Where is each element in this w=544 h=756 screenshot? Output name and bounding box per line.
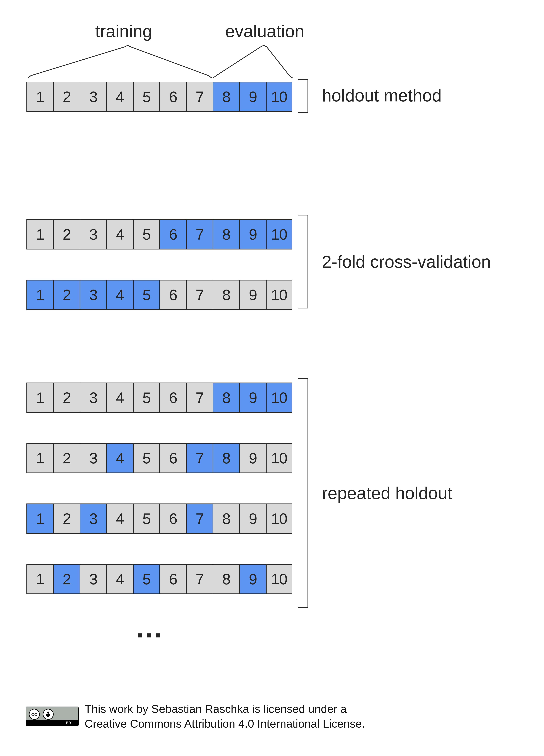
- sample-cell: 5: [133, 280, 160, 310]
- license-line-1: This work by Sebastian Raschka is licens…: [85, 702, 365, 716]
- sample-cell: 3: [80, 219, 106, 249]
- data-row: 12345678910: [26, 383, 292, 413]
- svg-point-0: [47, 712, 49, 714]
- sample-cell: 8: [213, 443, 239, 473]
- sample-cell: 8: [213, 503, 239, 534]
- label-training: training: [95, 21, 152, 41]
- data-row: 12345678910: [26, 443, 292, 473]
- brace-evaluation: [213, 45, 292, 78]
- sample-cell: 4: [106, 280, 133, 310]
- license-block: cc BY This work by Sebastian Raschka is …: [26, 702, 365, 731]
- sample-cell: 10: [266, 503, 292, 534]
- sample-cell: 3: [80, 280, 106, 310]
- sample-cell: 10: [266, 564, 292, 594]
- label-repeated: repeated holdout: [322, 483, 452, 503]
- sample-cell: 2: [53, 564, 80, 594]
- sample-cell: 10: [266, 82, 292, 112]
- data-row: 12345678910: [26, 280, 292, 310]
- sample-cell: 7: [186, 82, 213, 112]
- sample-cell: 8: [213, 219, 239, 249]
- license-text: This work by Sebastian Raschka is licens…: [85, 702, 365, 731]
- sample-cell: 7: [186, 219, 213, 249]
- person-icon: [45, 711, 52, 718]
- sample-cell: 9: [239, 219, 266, 249]
- sample-cell: 9: [239, 443, 266, 473]
- brace-training: [28, 45, 212, 78]
- sample-cell: 4: [106, 82, 133, 112]
- sample-cell: 6: [160, 82, 186, 112]
- sample-cell: 2: [53, 280, 80, 310]
- brace-svg: [25, 42, 335, 82]
- sample-cell: 7: [186, 280, 213, 310]
- by-icon: [43, 709, 54, 720]
- sample-cell: 3: [80, 82, 106, 112]
- sample-cell: 5: [133, 564, 160, 594]
- sample-cell: 1: [26, 443, 53, 473]
- sample-cell: 2: [53, 383, 80, 413]
- bracket-holdout: [298, 79, 308, 113]
- sample-cell: 4: [106, 564, 133, 594]
- label-evaluation: evaluation: [225, 21, 304, 41]
- sample-cell: 10: [266, 443, 292, 473]
- sample-cell: 10: [266, 383, 292, 413]
- sample-cell: 3: [80, 443, 106, 473]
- sample-cell: 5: [133, 219, 160, 249]
- sample-cell: 8: [213, 383, 239, 413]
- sample-cell: 1: [26, 280, 53, 310]
- sample-cell: 5: [133, 503, 160, 534]
- by-text: BY: [66, 721, 72, 725]
- label-holdout: holdout method: [322, 85, 442, 105]
- sample-cell: 1: [26, 564, 53, 594]
- sample-cell: 9: [239, 503, 266, 534]
- sample-cell: 1: [26, 383, 53, 413]
- sample-cell: 8: [213, 82, 239, 112]
- sample-cell: 7: [186, 503, 213, 534]
- sample-cell: 3: [80, 503, 106, 534]
- sample-cell: 9: [239, 82, 266, 112]
- license-line-2: Creative Commons Attribution 4.0 Interna…: [85, 716, 365, 731]
- ellipsis: ...: [136, 612, 163, 644]
- sample-cell: 7: [186, 443, 213, 473]
- cc-text: cc: [31, 711, 37, 717]
- sample-cell: 10: [266, 280, 292, 310]
- data-row: 12345678910: [26, 564, 292, 594]
- sample-cell: 1: [26, 82, 53, 112]
- diagram-canvas: training evaluation holdout method 2-fol…: [0, 0, 544, 756]
- sample-cell: 7: [186, 383, 213, 413]
- sample-cell: 5: [133, 82, 160, 112]
- sample-cell: 2: [53, 82, 80, 112]
- sample-cell: 9: [239, 280, 266, 310]
- sample-cell: 5: [133, 383, 160, 413]
- sample-cell: 6: [160, 383, 186, 413]
- cc-by-bar: BY: [26, 720, 78, 726]
- sample-cell: 4: [106, 443, 133, 473]
- sample-cell: 9: [239, 383, 266, 413]
- sample-cell: 4: [106, 383, 133, 413]
- cc-icon: cc: [29, 709, 40, 720]
- sample-cell: 4: [106, 219, 133, 249]
- sample-cell: 6: [160, 219, 186, 249]
- sample-cell: 4: [106, 503, 133, 534]
- bracket-repeated: [298, 378, 308, 608]
- sample-cell: 5: [133, 443, 160, 473]
- sample-cell: 7: [186, 564, 213, 594]
- sample-cell: 6: [160, 280, 186, 310]
- data-row: 12345678910: [26, 219, 292, 249]
- sample-cell: 6: [160, 503, 186, 534]
- sample-cell: 6: [160, 564, 186, 594]
- sample-cell: 6: [160, 443, 186, 473]
- sample-cell: 1: [26, 219, 53, 249]
- sample-cell: 3: [80, 383, 106, 413]
- data-row: 12345678910: [26, 503, 292, 534]
- label-twofold: 2-fold cross-validation: [322, 252, 491, 272]
- bracket-twofold: [298, 215, 308, 308]
- cc-badge: cc BY: [26, 707, 79, 726]
- sample-cell: 2: [53, 443, 80, 473]
- sample-cell: 8: [213, 280, 239, 310]
- sample-cell: 9: [239, 564, 266, 594]
- sample-cell: 1: [26, 503, 53, 534]
- sample-cell: 3: [80, 564, 106, 594]
- sample-cell: 10: [266, 219, 292, 249]
- sample-cell: 2: [53, 219, 80, 249]
- sample-cell: 2: [53, 503, 80, 534]
